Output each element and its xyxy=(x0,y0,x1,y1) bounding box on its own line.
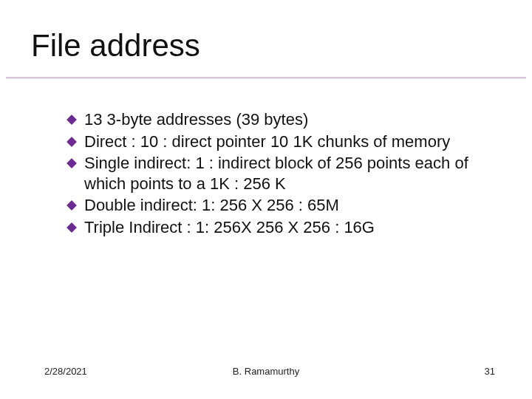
slide: File address 13 3-byte addresses (39 byt… xyxy=(0,0,532,399)
list-item: Triple Indirect : 1: 256X 256 X 256 : 16… xyxy=(66,217,488,238)
slide-title: File address xyxy=(31,30,200,62)
svg-marker-3 xyxy=(66,200,77,211)
list-item: Single indirect: 1 : indirect block of 2… xyxy=(66,153,488,194)
bullet-text: Triple Indirect : 1: 256X 256 X 256 : 16… xyxy=(84,217,488,238)
diamond-bullet-icon xyxy=(66,137,77,147)
content-area: 13 3-byte addresses (39 bytes) Direct : … xyxy=(66,109,488,239)
diamond-bullet-icon xyxy=(66,158,77,168)
list-item: Direct : 10 : direct pointer 10 1K chunk… xyxy=(66,132,488,152)
list-item: Double indirect: 1: 256 X 256 : 65M xyxy=(66,195,488,216)
footer-author: B. Ramamurthy xyxy=(0,366,532,377)
diamond-bullet-icon xyxy=(66,200,77,211)
diamond-bullet-icon xyxy=(66,222,77,233)
list-item: 13 3-byte addresses (39 bytes) xyxy=(66,109,488,130)
footer-page-number: 31 xyxy=(485,366,495,377)
svg-marker-4 xyxy=(66,222,77,233)
svg-marker-1 xyxy=(66,137,77,147)
svg-marker-2 xyxy=(66,158,77,168)
bullet-text: 13 3-byte addresses (39 bytes) xyxy=(84,109,488,130)
svg-marker-0 xyxy=(66,115,77,125)
diamond-bullet-icon xyxy=(66,115,77,125)
bullet-text: Double indirect: 1: 256 X 256 : 65M xyxy=(84,195,488,216)
bullet-text: Direct : 10 : direct pointer 10 1K chunk… xyxy=(84,132,488,152)
title-underline-shadow xyxy=(6,78,526,79)
bullet-text: Single indirect: 1 : indirect block of 2… xyxy=(84,153,488,194)
